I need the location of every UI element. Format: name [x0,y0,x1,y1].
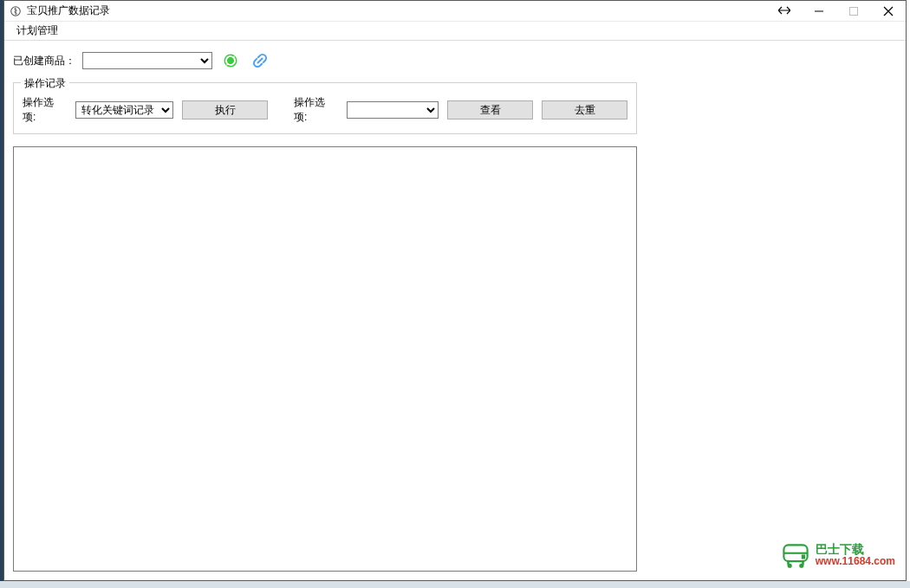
operation-row: 操作选项: 转化关键词记录 执行 操作选项: 查看 去重 [23,95,627,125]
maximize-button[interactable] [836,1,871,22]
group-title: 操作记录 [21,76,69,91]
app-icon [10,5,22,17]
op-select-1[interactable]: 转化关键词记录 [75,101,174,119]
content-area: 已创建商品： 操作记录 [4,41,906,580]
op-label-2: 操作选项: [294,95,338,125]
minimize-button[interactable] [802,1,836,22]
output-wrap [13,146,637,572]
link-icon[interactable] [249,51,271,70]
output-textarea[interactable] [13,146,637,572]
svg-rect-3 [850,7,858,15]
dedup-button[interactable]: 去重 [542,100,627,120]
desktop-edge-bottom [0,581,910,588]
product-row: 已创建商品： [13,51,897,70]
menubar: 计划管理 [4,22,906,41]
product-select[interactable] [82,52,212,69]
resize-horizontal-icon[interactable] [767,5,802,17]
operation-log-group: 操作记录 操作选项: 转化关键词记录 执行 操作选项: 查看 去重 [13,82,637,134]
refresh-icon[interactable] [219,51,242,70]
titlebar[interactable]: 宝贝推广数据记录 [4,1,906,22]
view-button[interactable]: 查看 [447,100,533,120]
created-product-label: 已创建商品： [13,54,75,68]
close-button[interactable] [871,1,906,22]
execute-button[interactable]: 执行 [182,100,268,120]
main-window: 宝贝推广数据记录 计划管理 已创建商品： [3,0,907,581]
menu-plan-manage[interactable]: 计划管理 [11,22,63,40]
op-label-1: 操作选项: [23,95,67,125]
op-select-2[interactable] [347,101,439,119]
window-title: 宝贝推广数据记录 [27,3,110,18]
